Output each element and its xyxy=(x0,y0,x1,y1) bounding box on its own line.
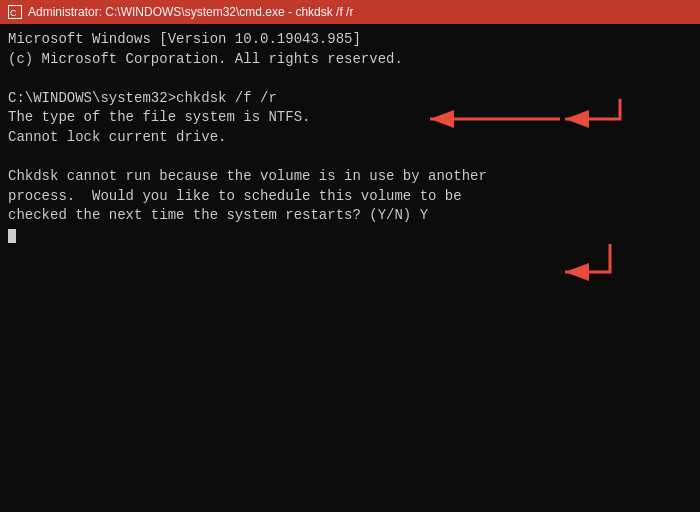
terminal-line: Microsoft Windows [Version 10.0.19043.98… xyxy=(8,30,692,50)
terminal-body[interactable]: Microsoft Windows [Version 10.0.19043.98… xyxy=(0,24,700,512)
terminal-line-empty xyxy=(8,69,692,89)
terminal-line-chkdsk1: Chkdsk cannot run because the volume is … xyxy=(8,167,692,187)
terminal-line-fs-type: The type of the file system is NTFS. xyxy=(8,108,692,128)
svg-text:C: C xyxy=(10,8,17,18)
terminal-cursor xyxy=(8,229,16,243)
terminal-line-command: C:\WINDOWS\system32>chkdsk /f /r xyxy=(8,89,692,109)
titlebar-title: Administrator: C:\WINDOWS\system32\cmd.e… xyxy=(28,5,692,19)
terminal-line: (c) Microsoft Corporation. All rights re… xyxy=(8,50,692,70)
terminal-line-empty2 xyxy=(8,148,692,168)
terminal-line-chkdsk2: process. Would you like to schedule this… xyxy=(8,187,692,207)
terminal-line-chkdsk3: checked the next time the system restart… xyxy=(8,206,692,226)
cmd-icon: C xyxy=(8,5,22,19)
terminal-line-lock: Cannot lock current drive. xyxy=(8,128,692,148)
cmd-window: C Administrator: C:\WINDOWS\system32\cmd… xyxy=(0,0,700,512)
titlebar: C Administrator: C:\WINDOWS\system32\cmd… xyxy=(0,0,700,24)
